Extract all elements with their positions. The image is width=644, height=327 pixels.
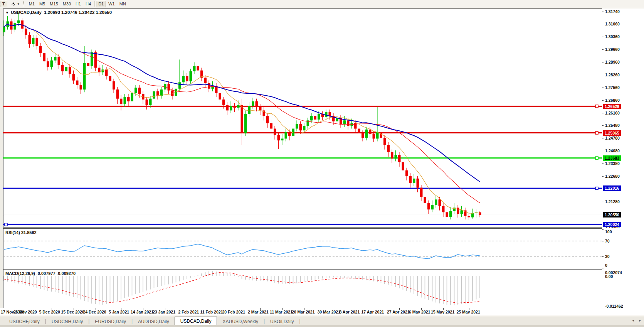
candle-body[interactable] bbox=[259, 107, 262, 110]
candle-body[interactable] bbox=[256, 101, 258, 107]
candle-body[interactable] bbox=[186, 76, 188, 81]
chart-tab-usoil-daily[interactable]: USOil,Daily bbox=[265, 317, 299, 325]
candle-body[interactable] bbox=[266, 116, 269, 123]
candle-body[interactable] bbox=[373, 134, 375, 139]
candle-body[interactable] bbox=[113, 81, 115, 89]
candle-body[interactable] bbox=[431, 205, 434, 209]
candle-body[interactable] bbox=[91, 52, 93, 66]
candle-body[interactable] bbox=[65, 67, 68, 71]
candle-body[interactable] bbox=[479, 212, 481, 215]
candle-body[interactable] bbox=[105, 69, 108, 76]
candle-body[interactable] bbox=[252, 101, 254, 106]
chart-tab-audusd-daily[interactable]: AUDUSD,Daily bbox=[133, 317, 175, 325]
candle-body[interactable] bbox=[43, 53, 46, 61]
timeframe-button-m30[interactable]: M30 bbox=[61, 1, 73, 7]
chart-tab-eurusd-daily[interactable]: EURUSD,Daily bbox=[89, 317, 131, 325]
candle-body[interactable] bbox=[138, 88, 141, 94]
candle-body[interactable] bbox=[369, 130, 372, 134]
line-handle[interactable] bbox=[595, 131, 598, 134]
candle-body[interactable] bbox=[39, 46, 42, 53]
candle-body[interactable] bbox=[248, 106, 251, 114]
candle-body[interactable] bbox=[380, 132, 383, 138]
candle-body[interactable] bbox=[468, 216, 471, 217]
candle-body[interactable] bbox=[131, 93, 134, 101]
candle-body[interactable] bbox=[402, 162, 405, 170]
candle-body[interactable] bbox=[226, 105, 229, 110]
candle-body[interactable] bbox=[299, 124, 302, 130]
candle-body[interactable] bbox=[178, 82, 181, 88]
candle-body[interactable] bbox=[58, 57, 61, 65]
rsi-chart[interactable] bbox=[3, 228, 602, 269]
timeframe-button-m15[interactable]: M15 bbox=[47, 1, 60, 7]
timeframe-button-mn[interactable]: MN bbox=[117, 1, 128, 7]
candle-body[interactable] bbox=[83, 63, 86, 89]
candle-body[interactable] bbox=[274, 129, 276, 135]
candle-body[interactable] bbox=[435, 199, 437, 205]
tab-scroll-left-icon[interactable]: ◂ bbox=[632, 319, 634, 322]
candlestick-chart[interactable] bbox=[3, 8, 602, 228]
candle-body[interactable] bbox=[303, 126, 306, 130]
candle-body[interactable] bbox=[17, 20, 20, 23]
candle-body[interactable] bbox=[14, 23, 17, 29]
candle-body[interactable] bbox=[383, 138, 386, 145]
line-handle[interactable] bbox=[595, 157, 598, 159]
candle-body[interactable] bbox=[208, 83, 210, 89]
candle-body[interactable] bbox=[120, 99, 123, 104]
candle-body[interactable] bbox=[395, 155, 397, 158]
candle-body[interactable] bbox=[76, 81, 79, 85]
candle-body[interactable] bbox=[72, 74, 75, 80]
candle-body[interactable] bbox=[69, 67, 71, 74]
timeframe-button-h1[interactable]: H1 bbox=[73, 1, 83, 7]
candle-body[interactable] bbox=[149, 99, 152, 105]
candle-body[interactable] bbox=[442, 206, 445, 212]
candle-body[interactable] bbox=[153, 91, 156, 99]
candle-body[interactable] bbox=[109, 76, 112, 81]
candle-body[interactable] bbox=[230, 106, 232, 111]
line-handle[interactable] bbox=[595, 105, 598, 108]
candle-body[interactable] bbox=[461, 211, 463, 214]
candle-body[interactable] bbox=[234, 106, 236, 108]
candle-body[interactable] bbox=[127, 97, 130, 101]
candle-body[interactable] bbox=[398, 155, 401, 162]
candle-body[interactable] bbox=[146, 99, 148, 105]
candle-body[interactable] bbox=[168, 84, 170, 90]
candle-body[interactable] bbox=[32, 38, 35, 44]
candle-body[interactable] bbox=[405, 170, 408, 176]
tab-scroll-right-icon[interactable]: ▸ bbox=[639, 319, 641, 322]
chart-tab-usdchf-daily[interactable]: USDCHF,Daily bbox=[4, 317, 45, 325]
candle-body[interactable] bbox=[50, 61, 53, 67]
candle-body[interactable] bbox=[343, 120, 346, 124]
line-handle[interactable] bbox=[595, 187, 598, 190]
candle-body[interactable] bbox=[204, 78, 207, 83]
timeframe-button-h4[interactable]: H4 bbox=[83, 1, 93, 7]
candle-body[interactable] bbox=[457, 208, 459, 214]
candle-body[interactable] bbox=[94, 52, 97, 68]
candle-body[interactable] bbox=[471, 213, 474, 217]
dropdown-caret-icon[interactable]: ▼ bbox=[17, 2, 20, 6]
candle-body[interactable] bbox=[329, 112, 331, 116]
timeframe-button-m5[interactable]: M5 bbox=[37, 1, 47, 7]
candle-body[interactable] bbox=[409, 176, 412, 183]
candle-body[interactable] bbox=[270, 123, 273, 128]
chart-tab-xauusd-weekly[interactable]: XAUUSD,Weekly bbox=[217, 317, 263, 325]
candle-body[interactable] bbox=[318, 114, 320, 120]
candle-body[interactable] bbox=[439, 199, 441, 206]
candle-body[interactable] bbox=[54, 57, 57, 60]
symbol-collapse-triangle-icon[interactable]: ▼ bbox=[5, 11, 9, 15]
candle-body[interactable] bbox=[193, 66, 196, 71]
candle-body[interactable] bbox=[296, 124, 298, 129]
toolbar-grip[interactable] bbox=[23, 1, 25, 7]
candle-body[interactable] bbox=[424, 197, 427, 203]
candle-body[interactable] bbox=[420, 188, 423, 197]
candle-body[interactable] bbox=[222, 99, 225, 105]
timeframe-button-d1[interactable]: D1 bbox=[96, 1, 106, 7]
candle-body[interactable] bbox=[237, 105, 240, 108]
chart-tab-usdcad-daily[interactable]: USDCAD,Daily bbox=[175, 317, 217, 325]
candle-body[interactable] bbox=[417, 179, 419, 188]
candle-body[interactable] bbox=[47, 61, 49, 67]
cursor-style-icon[interactable] bbox=[10, 1, 17, 7]
candle-body[interactable] bbox=[413, 179, 415, 183]
timeframe-button-m1[interactable]: M1 bbox=[27, 1, 37, 7]
candle-body[interactable] bbox=[314, 116, 317, 120]
candle-body[interactable] bbox=[387, 145, 390, 152]
